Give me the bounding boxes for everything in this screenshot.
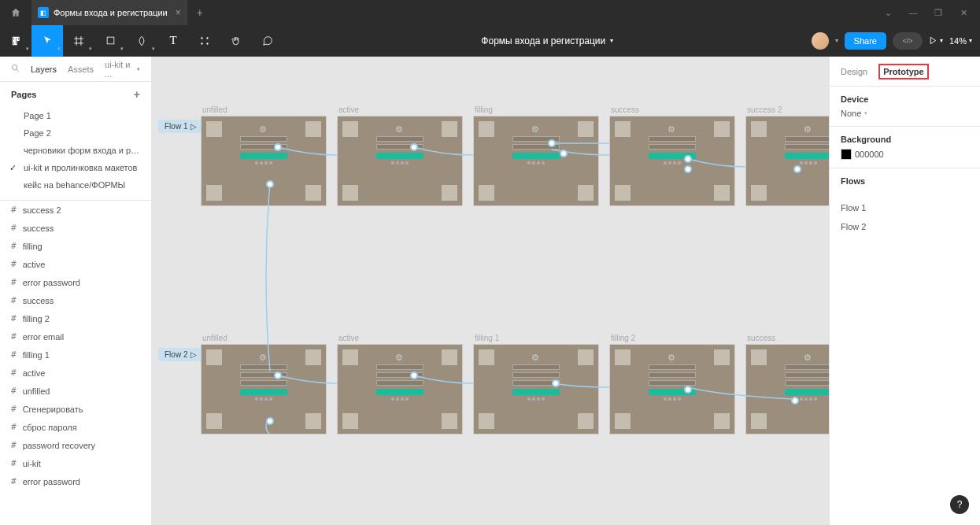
right-panel: Design Prototype Device None▾ Background… <box>829 57 980 525</box>
layers-list: #success 2 #success #filling #active #er… <box>0 200 151 525</box>
frame-icon: # <box>11 331 17 342</box>
share-button[interactable]: Share <box>845 32 886 50</box>
figma-file-icon: ◧ <box>38 7 49 18</box>
page-item[interactable]: черновики форм входа и реги... <box>0 142 151 159</box>
frame-icon: # <box>11 386 17 396</box>
svg-point-3 <box>201 43 202 44</box>
prototype-node[interactable] <box>793 165 801 173</box>
svg-point-1 <box>201 37 202 39</box>
user-avatar[interactable] <box>812 32 829 50</box>
prototype-tab[interactable]: Prototype <box>878 64 928 79</box>
layer-item[interactable]: #error password <box>0 472 151 490</box>
layer-item[interactable]: #filling 1 <box>0 346 151 364</box>
prototype-node[interactable] <box>684 165 692 173</box>
layer-item[interactable]: #error email <box>0 327 151 346</box>
page-dropdown[interactable]: ui-kit и ...▾ <box>105 60 140 79</box>
prototype-node[interactable] <box>552 379 560 387</box>
hand-tool[interactable] <box>220 25 252 57</box>
assets-tab[interactable]: Assets <box>68 65 94 74</box>
frame-icon: # <box>11 368 17 378</box>
layer-item[interactable]: #success <box>0 291 151 309</box>
prototype-node[interactable] <box>791 397 799 405</box>
search-icon[interactable] <box>11 64 20 74</box>
device-dropdown[interactable]: None▾ <box>841 109 969 118</box>
chevron-down-icon[interactable]: ⌄ <box>882 7 893 18</box>
svg-point-2 <box>206 37 208 39</box>
move-tool[interactable]: ▾ <box>31 25 63 57</box>
dev-mode-toggle[interactable]: </> <box>893 32 923 50</box>
flow-item[interactable]: Flow 1 <box>830 198 980 217</box>
layer-item[interactable]: #error password <box>0 273 151 291</box>
svg-rect-0 <box>107 37 114 44</box>
canvas[interactable]: Flow 1▷ unfilled active filling success … <box>152 57 829 525</box>
prototype-node[interactable] <box>548 139 556 147</box>
layer-item[interactable]: #success 2 <box>0 201 151 219</box>
home-button[interactable] <box>0 0 31 25</box>
frame-icon: # <box>11 440 17 450</box>
prototype-node[interactable] <box>266 417 274 425</box>
page-item[interactable]: Page 2 <box>0 124 151 142</box>
resources-tool[interactable] <box>189 25 220 57</box>
frame-icon: # <box>11 404 17 414</box>
left-panel: Layers Assets ui-kit и ...▾ Pages + Page… <box>0 57 152 525</box>
prototype-node[interactable] <box>560 150 568 157</box>
present-button[interactable]: ▾ <box>929 36 943 45</box>
frame-icon: # <box>11 205 17 215</box>
page-item[interactable]: ui-kit и пролинковка макетов <box>0 159 151 176</box>
prototype-node[interactable] <box>410 372 418 379</box>
frame-icon: # <box>11 349 17 360</box>
layer-item[interactable]: #active <box>0 255 151 273</box>
flow-item[interactable]: Flow 2 <box>830 217 980 236</box>
frame-icon: # <box>11 422 17 432</box>
prototype-node[interactable] <box>684 386 692 394</box>
maximize-icon[interactable]: ❐ <box>933 7 944 18</box>
layer-item[interactable]: #сброс пароля <box>0 418 151 436</box>
prototype-node[interactable] <box>274 143 282 151</box>
frame-icon: # <box>11 476 17 486</box>
frame-tool[interactable]: ▾ <box>63 25 94 57</box>
pages-header: Pages <box>11 90 36 99</box>
prototype-node[interactable] <box>684 155 692 163</box>
background-color[interactable]: 000000 <box>841 149 969 160</box>
layer-item[interactable]: #Сгенерировать <box>0 400 151 418</box>
device-label: Device <box>841 94 969 104</box>
close-window-icon[interactable]: ✕ <box>958 7 969 18</box>
close-icon[interactable]: × <box>176 7 181 18</box>
frame-icon: # <box>11 313 17 324</box>
layer-item[interactable]: #filling <box>0 237 151 255</box>
new-tab-button[interactable]: + <box>187 0 213 25</box>
page-item[interactable]: Page 1 <box>0 107 151 124</box>
page-item[interactable]: кейс на behance/ФОРМЫ <box>0 176 151 194</box>
prototype-node[interactable] <box>266 180 274 188</box>
file-title[interactable]: Формы входа и регистрации <box>481 35 605 46</box>
svg-point-4 <box>206 43 208 44</box>
frame-icon: # <box>11 277 17 287</box>
flows-label: Flows <box>841 176 969 186</box>
chevron-down-icon[interactable]: ▾ <box>835 37 838 44</box>
layer-item[interactable]: #password recovery <box>0 436 151 454</box>
layer-item[interactable]: #ui-kit <box>0 454 151 472</box>
prototype-node[interactable] <box>410 143 418 151</box>
layer-item[interactable]: #filling 2 <box>0 309 151 327</box>
help-button[interactable]: ? <box>950 495 969 514</box>
zoom-control[interactable]: 14%▾ <box>949 36 972 46</box>
layer-item[interactable]: #success <box>0 219 151 237</box>
layers-tab[interactable]: Layers <box>31 65 57 74</box>
pen-tool[interactable]: ▾ <box>126 25 157 57</box>
file-tab[interactable]: ◧ Формы входа и регистрации × <box>31 0 187 25</box>
comment-tool[interactable] <box>252 25 283 57</box>
chevron-down-icon[interactable]: ▾ <box>610 37 613 44</box>
add-page-button[interactable]: + <box>134 88 140 101</box>
layer-item[interactable]: #active <box>0 364 151 382</box>
design-tab[interactable]: Design <box>841 67 867 76</box>
minimize-icon[interactable]: — <box>908 7 919 18</box>
background-label: Background <box>841 135 969 144</box>
prototype-node[interactable] <box>274 372 282 379</box>
text-tool[interactable]: T <box>157 25 189 57</box>
shape-tool[interactable]: ▾ <box>94 25 126 57</box>
frame-icon: # <box>11 241 17 251</box>
titlebar: ◧ Формы входа и регистрации × + ⌄ — ❐ ✕ <box>0 0 980 25</box>
main-menu-button[interactable]: ▾ <box>0 25 31 57</box>
layer-item[interactable]: #unfilled <box>0 382 151 400</box>
toolbar: ▾ ▾ ▾ ▾ ▾ T Формы входа и регистрации ▾ … <box>0 25 980 57</box>
